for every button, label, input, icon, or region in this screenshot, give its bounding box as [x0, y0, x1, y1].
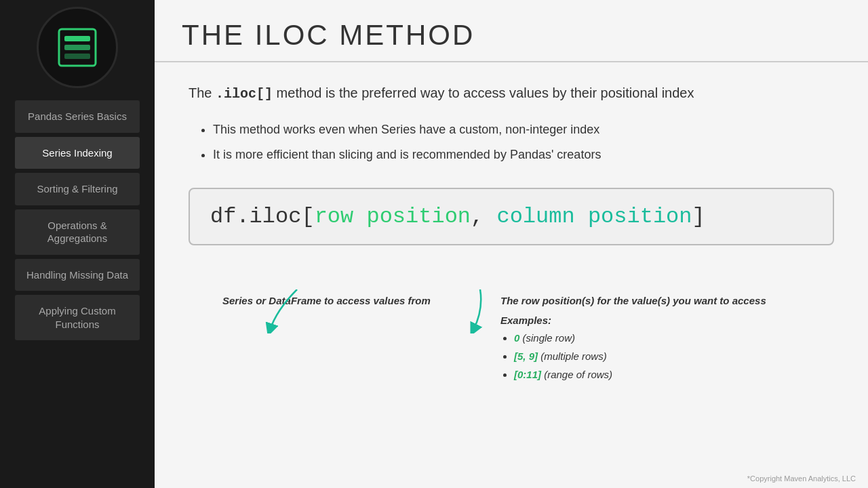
bullet-2: It is more efficient than slicing and is… — [213, 144, 834, 165]
svg-rect-2 — [64, 45, 90, 50]
code-row: row position — [315, 204, 471, 229]
bullet-1: This method works even when Series have … — [213, 119, 834, 140]
bullet-list: This method works even when Series have … — [189, 119, 834, 165]
examples-label: Examples: — [500, 314, 766, 326]
examples-list: 0 (single row) [5, 9] (multiple rows) [0… — [500, 329, 766, 384]
logo — [37, 7, 118, 88]
copyright: *Copyright Maven Analytics, LLC — [747, 474, 856, 483]
sidebar: Pandas Series BasicsSeries IndexingSorti… — [0, 0, 155, 488]
example-1: 0 (single row) — [514, 329, 766, 347]
sidebar-item-4[interactable]: Handling Missing Data — [15, 259, 140, 291]
code-comma: , — [471, 204, 496, 229]
code-prefix: df.iloc[ — [210, 204, 315, 229]
header: THE ILOC METHOD — [155, 0, 868, 62]
main-content: THE ILOC METHOD The .iloc[] method is th… — [155, 0, 868, 488]
code-col: column position — [496, 204, 692, 229]
svg-rect-3 — [64, 54, 90, 59]
right-annotation: The row position(s) for the value(s) you… — [500, 289, 766, 384]
right-arrow-svg — [439, 289, 521, 333]
sidebar-item-2[interactable]: Sorting & Filtering — [15, 173, 140, 205]
intro-text-after: method is the preferred way to access va… — [277, 85, 694, 100]
annotation-section: Series or DataFrame to access values fro… — [189, 289, 834, 384]
content-area: The .iloc[] method is the preferred way … — [155, 62, 868, 488]
sidebar-item-5[interactable]: Applying Custom Functions — [15, 295, 140, 340]
code-box: df.iloc[row position, column position] — [189, 188, 834, 245]
svg-rect-1 — [64, 36, 90, 41]
sidebar-item-0[interactable]: Pandas Series Basics — [15, 100, 140, 133]
intro-paragraph: The .iloc[] method is the preferred way … — [189, 83, 834, 104]
sidebar-item-1[interactable]: Series Indexing — [15, 137, 140, 169]
logo-icon — [54, 24, 101, 71]
nav-container: Pandas Series BasicsSeries IndexingSorti… — [15, 100, 140, 344]
right-annotation-text: The row position(s) for the value(s) you… — [500, 293, 766, 308]
example-3: [0:11] (range of rows) — [514, 365, 766, 384]
page-title: THE ILOC METHOD — [182, 19, 841, 52]
sidebar-item-3[interactable]: Operations & Aggregations — [15, 209, 140, 255]
keyword-iloc: .iloc[] — [216, 86, 273, 102]
code-suffix: ] — [692, 204, 705, 229]
left-arrow-svg — [256, 289, 338, 333]
example-2: [5, 9] (multiple rows) — [514, 347, 766, 365]
